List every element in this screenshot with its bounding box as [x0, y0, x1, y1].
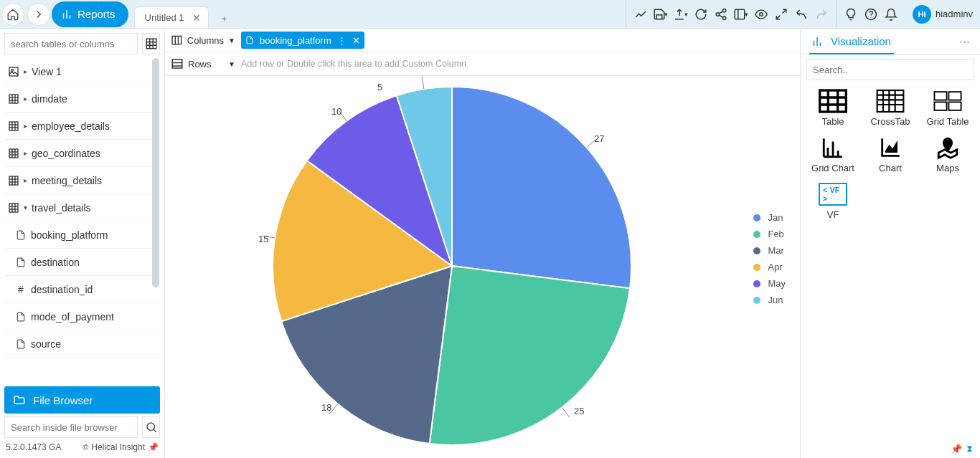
tree-item[interactable]: ▸geo_cordinates — [5, 140, 159, 167]
redo-button[interactable] — [811, 4, 831, 24]
tab-title: Untitled 1 — [145, 12, 184, 23]
svg-rect-15 — [146, 39, 156, 49]
columns-shelf[interactable]: Columns ▼ booking_platform ⋮ ✕ — [165, 29, 800, 52]
legend-item[interactable]: May — [753, 278, 786, 289]
layout-button[interactable]: ▾ — [731, 4, 751, 24]
grid-icon — [8, 202, 19, 214]
grid-icon — [8, 175, 19, 186]
svg-line-60 — [422, 76, 424, 89]
legend-label: Apr — [768, 262, 782, 272]
visualization-tab[interactable]: Visualization ⋯ — [801, 29, 980, 54]
grid-icon — [145, 37, 158, 50]
tab-add-button[interactable]: ＋ — [215, 9, 233, 28]
folder-icon — [13, 393, 26, 406]
legend-swatch — [753, 297, 760, 304]
user-area[interactable]: HI hiadminv — [905, 5, 980, 24]
hourglass-icon[interactable]: ⧗ — [966, 443, 973, 454]
vis-type-label: VF — [827, 209, 839, 220]
legend-item[interactable]: Jun — [753, 295, 786, 305]
svg-line-11 — [782, 9, 786, 13]
vis-type-grid-chart[interactable]: Grid Chart — [806, 135, 859, 173]
brand-label: Helical Insight — [91, 442, 145, 452]
line-chart-icon — [634, 8, 647, 21]
tree-item[interactable]: ▸dimdate — [5, 85, 159, 113]
vis-type-chart[interactable]: Chart — [864, 135, 917, 173]
vis-type-maps[interactable]: Maps — [921, 135, 974, 173]
home-icon — [6, 8, 19, 21]
tree-item[interactable]: ▸employee_details — [5, 113, 159, 140]
pie-chart — [165, 76, 796, 456]
legend-item[interactable]: Feb — [753, 229, 786, 239]
legend-swatch — [753, 264, 760, 271]
username: hiadminv — [936, 9, 973, 19]
breadcrumb-next-button[interactable] — [27, 3, 50, 26]
table-icon — [819, 89, 847, 113]
vis-type-crosstab[interactable]: CrossTab — [864, 89, 917, 127]
rows-icon — [171, 57, 184, 70]
home-button[interactable] — [1, 3, 24, 26]
tree-item[interactable]: #destination_id — [5, 276, 159, 303]
sheet-icon — [15, 339, 27, 349]
file-browser-button[interactable]: File Browser — [4, 386, 160, 414]
legend-item[interactable]: Mar — [753, 245, 786, 256]
svg-line-12 — [776, 15, 780, 19]
share-button[interactable] — [711, 4, 731, 24]
svg-rect-79 — [948, 102, 961, 110]
pie-slice[interactable] — [430, 266, 630, 445]
search-input[interactable] — [4, 33, 138, 54]
vis-type-table[interactable]: Table — [806, 89, 859, 127]
fullscreen-button[interactable] — [771, 4, 791, 24]
column-pill[interactable]: booking_platform ⋮ ✕ — [241, 32, 364, 49]
rows-shelf[interactable]: Rows ▼ Add row or Double click this area… — [165, 52, 800, 76]
vis-type-vf[interactable]: < VF >VF — [806, 182, 859, 220]
notifications-button[interactable] — [881, 4, 901, 24]
tree-item[interactable]: ▸View 1 — [5, 58, 159, 85]
scrollbar-thumb[interactable] — [152, 58, 159, 287]
line-chart-button[interactable] — [631, 4, 651, 24]
tab-close-button[interactable]: ✕ — [191, 12, 202, 24]
tree-item-label: employee_details — [32, 120, 110, 132]
svg-rect-22 — [9, 95, 18, 103]
svg-rect-49 — [172, 36, 182, 44]
caret-icon: ▸ — [24, 149, 27, 157]
file-search-input[interactable] — [4, 416, 138, 438]
help-button[interactable] — [861, 4, 881, 24]
pie-slice[interactable] — [452, 87, 631, 288]
tree-item[interactable]: booking_platform — [5, 221, 159, 249]
avatar: HI — [913, 5, 931, 24]
vis-type-grid-table[interactable]: Grid Table — [921, 89, 974, 127]
tree-item[interactable]: ▾travel_details — [5, 194, 159, 221]
tree-item[interactable]: mode_of_payment — [5, 303, 159, 330]
table-toggle-button[interactable] — [142, 33, 160, 54]
legend-label: May — [768, 278, 786, 289]
save-button[interactable]: ▾ — [651, 4, 671, 24]
legend-item[interactable]: Apr — [753, 262, 786, 272]
legend-swatch — [753, 231, 760, 238]
tree-item[interactable]: ▸meeting_details — [5, 167, 159, 194]
file-search-button[interactable] — [142, 416, 160, 438]
search-icon — [145, 421, 158, 434]
view-icon — [8, 66, 19, 77]
pin-icon[interactable]: 📌 — [148, 442, 159, 452]
refresh-button[interactable] — [691, 4, 711, 24]
svg-point-5 — [722, 16, 726, 20]
reports-pill[interactable]: Reports — [52, 1, 128, 27]
legend-item[interactable]: Jan — [753, 212, 786, 223]
tree-item[interactable]: destination — [5, 249, 159, 276]
sheet-icon — [15, 230, 27, 240]
more-options-button[interactable]: ⋯ — [959, 35, 970, 48]
tab-untitled[interactable]: Untitled 1 ✕ — [134, 6, 209, 28]
pill-remove-button[interactable]: ✕ — [352, 35, 360, 46]
chevron-down-icon[interactable]: ▼ — [228, 37, 235, 44]
export-button[interactable]: ▾ — [671, 4, 691, 24]
crosstab-icon — [876, 89, 905, 113]
undo-button[interactable] — [791, 4, 811, 24]
pin-icon[interactable]: 📌 — [951, 444, 962, 454]
sidebar-footer: 5.2.0.1473 GA © Helical Insight 📌 — [4, 441, 160, 454]
visualization-search-input[interactable] — [806, 59, 974, 80]
hint-button[interactable] — [841, 4, 861, 24]
svg-rect-77 — [948, 92, 961, 100]
chevron-down-icon[interactable]: ▼ — [228, 60, 235, 68]
preview-button[interactable] — [751, 4, 771, 24]
tree-item[interactable]: source — [5, 330, 159, 358]
